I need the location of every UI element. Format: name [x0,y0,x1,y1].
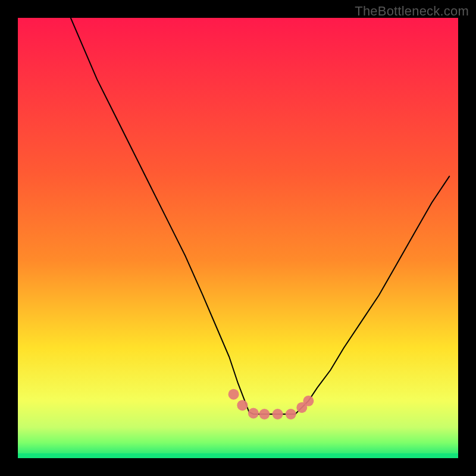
marker-5 [273,409,283,419]
marker-6 [286,409,296,419]
watermark-text: TheBottleneck.com [355,4,469,19]
marker-8 [303,396,314,406]
marker-1 [228,389,239,400]
chart-svg [18,18,458,458]
chart-baseline-strip [18,453,458,458]
marker-4 [259,409,270,419]
marker-3 [248,408,259,419]
chart-frame: TheBottleneck.com [0,0,476,476]
marker-2 [237,400,248,411]
plot-area [18,18,458,458]
